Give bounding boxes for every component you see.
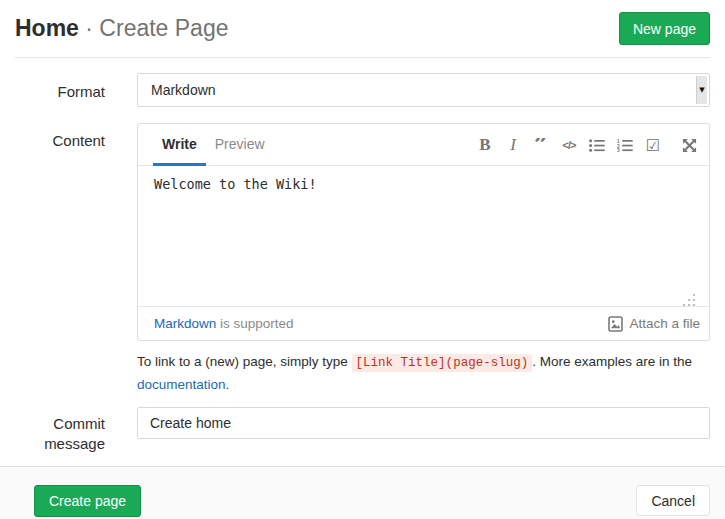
hint-code-example: [Link Title](page-slug) — [352, 354, 533, 372]
editor-tab-bar: Write Preview B I ” </> 1 — [138, 124, 709, 166]
editor-toolbar: B I ” </> 1 2 3 — [477, 124, 697, 166]
create-page-button[interactable]: Create page — [34, 485, 141, 517]
italic-icon[interactable]: I — [505, 136, 521, 154]
tab-write-label: Write — [162, 136, 197, 152]
bullet-list-icon[interactable] — [589, 136, 605, 154]
attach-image-icon — [608, 316, 623, 332]
select-arrow-strip[interactable]: ▼ — [696, 76, 707, 104]
code-icon[interactable]: </> — [561, 136, 577, 154]
commit-message-label: Commit message — [0, 414, 105, 454]
hint-before-code: To link to a (new) page, simply type — [137, 354, 352, 369]
new-page-button[interactable]: New page — [619, 12, 710, 45]
markdown-supported-text: Markdown is supported — [154, 316, 294, 331]
numbered-list-icon[interactable]: 1 2 3 — [617, 136, 633, 154]
svg-text:3: 3 — [617, 148, 620, 152]
fullscreen-icon[interactable] — [681, 136, 697, 154]
commit-message-input[interactable] — [137, 407, 710, 439]
format-select-value: Markdown — [151, 82, 216, 98]
cancel-button[interactable]: Cancel — [636, 485, 710, 516]
supported-text: is supported — [216, 316, 293, 331]
bold-icon[interactable]: B — [477, 136, 493, 154]
wiki-create-page: Home · Create Page New page Format Markd… — [0, 0, 725, 519]
tab-write[interactable]: Write — [153, 124, 206, 166]
content-editor: Write Preview B I ” </> 1 — [137, 123, 710, 341]
link-hint-text: To link to a (new) page, simply type [Li… — [137, 351, 715, 395]
markdown-link[interactable]: Markdown — [154, 316, 216, 331]
quote-icon[interactable]: ” — [533, 138, 549, 152]
chevron-down-icon: ▼ — [699, 86, 704, 94]
title-separator: · — [85, 15, 93, 41]
hint-after-link: . — [226, 377, 230, 392]
tab-preview-label: Preview — [215, 136, 265, 152]
documentation-link[interactable]: documentation — [137, 377, 226, 392]
form-actions-bar: Create page Cancel — [0, 466, 725, 519]
format-label: Format — [0, 82, 105, 102]
editor-footer: Markdown is supported Attach a file — [138, 307, 709, 340]
attach-file-label: Attach a file — [629, 316, 700, 331]
resize-grip-icon[interactable] — [683, 294, 696, 306]
attach-file-button[interactable]: Attach a file — [608, 316, 700, 332]
content-label: Content — [0, 131, 105, 151]
content-textarea[interactable]: Welcome to the Wiki! — [138, 166, 709, 307]
page-title-home: Home — [15, 15, 79, 41]
hint-after-code: . More examples are in the — [532, 354, 692, 369]
task-list-icon[interactable]: ☑ — [645, 136, 661, 154]
format-select[interactable]: Markdown ▼ — [137, 73, 710, 107]
page-title: Home · Create Page — [15, 13, 229, 43]
page-title-action: Create Page — [99, 15, 228, 41]
header-divider — [15, 57, 710, 58]
tab-preview[interactable]: Preview — [206, 124, 274, 166]
